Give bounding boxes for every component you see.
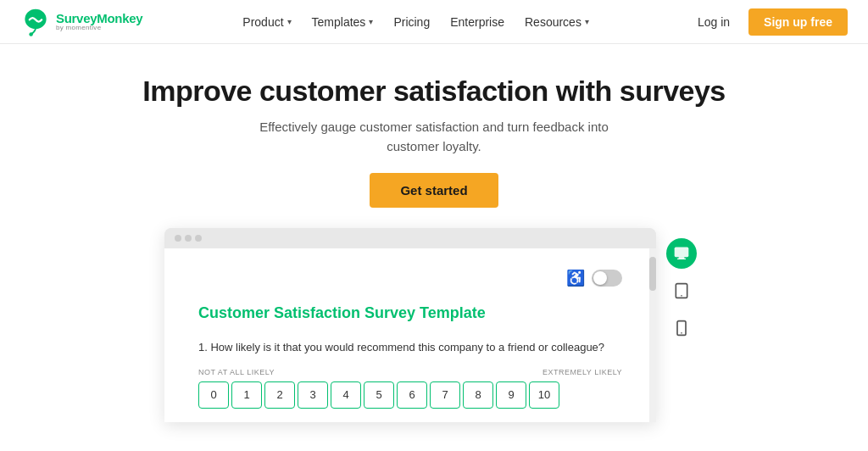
likert-number-10[interactable]: 10 xyxy=(529,381,559,409)
survey-question: 1. How likely is it that you would recom… xyxy=(198,339,622,356)
browser-content: ♿ Customer Satisfaction Survey Template … xyxy=(164,248,656,422)
chevron-down-icon: ▾ xyxy=(585,17,589,26)
nav-product[interactable]: Product ▾ xyxy=(234,10,299,34)
browser-dot-2 xyxy=(185,235,192,242)
chevron-down-icon: ▾ xyxy=(287,17,292,26)
preview-section: ♿ Customer Satisfaction Survey Template … xyxy=(0,228,868,422)
browser-window: ♿ Customer Satisfaction Survey Template … xyxy=(164,228,656,422)
nav-pricing[interactable]: Pricing xyxy=(385,10,438,34)
likert-scale: NOT AT ALL LIKELY EXTREMELY LIKELY 01234… xyxy=(198,368,622,409)
mobile-icon xyxy=(673,320,690,337)
tablet-icon xyxy=(673,282,690,299)
svg-point-1 xyxy=(29,32,33,36)
likert-labels: NOT AT ALL LIKELY EXTREMELY LIKELY xyxy=(198,368,622,376)
device-panel xyxy=(659,231,704,350)
scrollbar[interactable] xyxy=(649,248,656,422)
likert-number-8[interactable]: 8 xyxy=(463,381,493,409)
hero-subheading: Effectively gauge customer satisfaction … xyxy=(256,118,612,156)
svg-point-6 xyxy=(681,295,682,297)
scrollbar-thumb xyxy=(649,257,656,291)
likert-number-5[interactable]: 5 xyxy=(364,381,394,409)
logo-name: SurveyMonkey xyxy=(56,12,142,25)
logo-tagline: by momentive xyxy=(56,25,142,31)
likert-number-2[interactable]: 2 xyxy=(264,381,295,409)
desktop-view-button[interactable] xyxy=(666,238,697,269)
browser-dot-3 xyxy=(195,235,202,242)
svg-rect-4 xyxy=(677,259,686,259)
desktop-icon xyxy=(673,245,690,262)
svg-point-8 xyxy=(681,332,682,334)
browser-chrome xyxy=(164,228,656,248)
likert-number-1[interactable]: 1 xyxy=(231,381,262,409)
toggle-switch[interactable] xyxy=(592,270,622,287)
accessibility-icon: ♿ xyxy=(566,269,585,287)
mobile-view-button[interactable] xyxy=(666,313,697,343)
likert-number-6[interactable]: 6 xyxy=(397,381,427,409)
main-nav: Product ▾ Templates ▾ Pricing Enterprise… xyxy=(234,10,598,34)
chevron-down-icon: ▾ xyxy=(369,17,373,26)
likert-number-3[interactable]: 3 xyxy=(298,381,328,409)
browser-dots xyxy=(175,235,202,242)
browser-dot-1 xyxy=(175,235,181,242)
hero-section: Improve customer satisfaction with surve… xyxy=(0,44,868,228)
survey-title: Customer Satisfaction Survey Template xyxy=(198,304,622,322)
logo[interactable]: SurveyMonkey by momentive xyxy=(20,7,142,37)
login-button[interactable]: Log in xyxy=(689,10,738,34)
likert-number-7[interactable]: 7 xyxy=(430,381,460,409)
svg-rect-2 xyxy=(675,248,689,258)
nav-templates[interactable]: Templates ▾ xyxy=(303,10,382,34)
likert-number-0[interactable]: 0 xyxy=(198,381,229,409)
likert-numbers: 012345678910 xyxy=(198,381,622,409)
likert-label-right: EXTREMELY LIKELY xyxy=(542,368,622,376)
likert-number-9[interactable]: 9 xyxy=(496,381,526,409)
survey-controls: ♿ xyxy=(198,269,622,287)
get-started-button[interactable]: Get started xyxy=(370,173,498,208)
likert-label-left: NOT AT ALL LIKELY xyxy=(198,368,275,376)
nav-enterprise[interactable]: Enterprise xyxy=(442,10,513,34)
logo-icon xyxy=(20,7,51,37)
signup-button[interactable]: Sign up free xyxy=(748,8,848,36)
header-actions: Log in Sign up free xyxy=(689,8,848,36)
tablet-view-button[interactable] xyxy=(666,276,697,306)
hero-heading: Improve customer satisfaction with surve… xyxy=(17,75,851,108)
likert-number-4[interactable]: 4 xyxy=(331,381,361,409)
svg-rect-3 xyxy=(679,257,685,259)
nav-resources[interactable]: Resources ▾ xyxy=(516,10,598,34)
header: SurveyMonkey by momentive Product ▾ Temp… xyxy=(0,0,868,44)
